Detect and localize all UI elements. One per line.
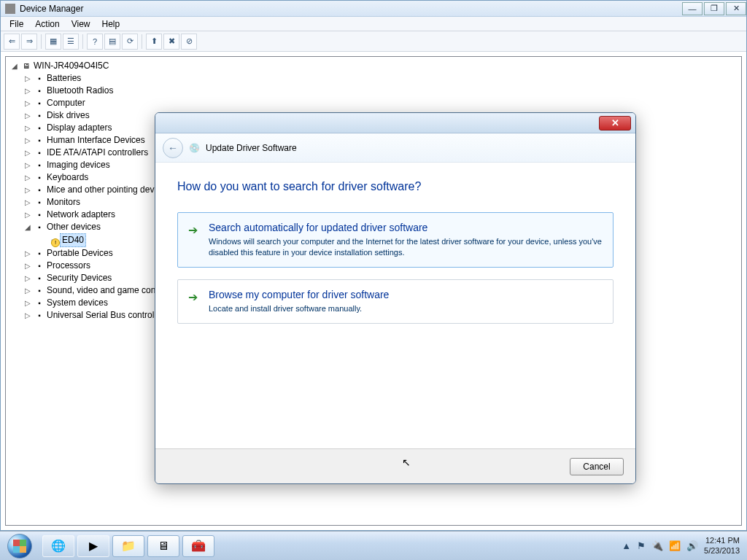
tree-node[interactable]: ▷▪Batteries — [23, 72, 737, 85]
expand-icon[interactable]: ▷ — [23, 284, 32, 297]
tree-root-node[interactable]: ◢ 🖥 WIN-JR4094O4I5C — [10, 60, 737, 72]
expand-icon[interactable]: ▷ — [23, 109, 32, 122]
disable-icon[interactable]: ⊘ — [181, 34, 197, 50]
expand-icon[interactable]: ▷ — [23, 72, 32, 85]
dialog-titlebar[interactable]: ✕ — [155, 113, 635, 133]
category-icon: ▪ — [34, 210, 45, 220]
category-icon: ▪ — [34, 123, 45, 133]
network-icon[interactable]: 📶 — [669, 540, 681, 551]
forward-icon[interactable]: ⇒ — [21, 34, 37, 50]
taskbar-device-manager[interactable]: 🖥 — [147, 535, 179, 557]
category-icon: ▪ — [34, 273, 45, 284]
menu-file[interactable]: File — [4, 18, 29, 31]
app-icon — [5, 4, 15, 14]
dialog-header: ← 💿 Update Driver Software — [155, 133, 635, 163]
cancel-button[interactable]: Cancel — [570, 458, 624, 475]
menu-action[interactable]: Action — [29, 18, 65, 31]
tree-node-label: Network adapters — [47, 209, 115, 221]
expand-icon[interactable]: ▷ — [23, 85, 32, 97]
category-icon: ▪ — [34, 249, 45, 259]
menu-help[interactable]: Help — [96, 18, 126, 31]
tree-node-label: ED40 — [60, 233, 86, 247]
option-browse-computer[interactable]: ➔ Browse my computer for driver software… — [177, 279, 614, 324]
window-title: Device Manager — [20, 4, 83, 14]
clock[interactable]: 12:41 PM 5/23/2013 — [704, 536, 740, 555]
toolbar: ⇐ ⇒ ▦ ☰ ? ▤ ⟳ ⬆ ✖ ⊘ — [1, 31, 746, 52]
menu-view[interactable]: View — [66, 18, 96, 31]
expand-icon[interactable]: ▷ — [23, 297, 32, 309]
tree-node-label: Display adapters — [47, 122, 112, 134]
tree-node-label: Portable Devices — [47, 247, 113, 260]
taskbar-toolbox[interactable]: 🧰 — [182, 535, 214, 557]
tree-node-label: Other devices — [47, 221, 101, 233]
taskbar-explorer[interactable]: 📁 — [112, 535, 144, 557]
properties-icon[interactable]: ☰ — [63, 34, 79, 50]
tree-node-label: Human Interface Devices — [47, 134, 145, 147]
expand-icon[interactable]: ▷ — [23, 260, 32, 272]
tree-node-label: System devices — [47, 297, 108, 309]
back-button[interactable]: ← — [163, 138, 183, 158]
expand-icon[interactable]: ▷ — [23, 272, 32, 284]
category-icon: ▪ — [34, 173, 45, 183]
action-icon[interactable]: ▤ — [104, 34, 120, 50]
expand-icon[interactable]: ▷ — [23, 196, 32, 209]
tree-root-label: WIN-JR4094O4I5C — [34, 60, 109, 72]
expand-icon[interactable]: ▷ — [23, 134, 32, 147]
expand-icon[interactable]: ▷ — [23, 209, 32, 221]
update-driver-icon[interactable]: ⬆ — [146, 34, 162, 50]
option-search-automatically[interactable]: ➔ Search automatically for updated drive… — [177, 212, 614, 268]
tree-node-label: Imaging devices — [47, 159, 110, 171]
dialog-footer: Cancel — [155, 448, 635, 483]
tree-node-label: Bluetooth Radios — [47, 85, 113, 97]
tree-node-label: Security Devices — [47, 272, 112, 284]
expand-icon[interactable]: ▷ — [23, 97, 32, 109]
flag-icon[interactable]: ⚑ — [637, 540, 646, 551]
expand-icon[interactable]: ▷ — [23, 147, 32, 159]
minimize-button[interactable]: — — [682, 2, 703, 15]
volume-icon[interactable]: 🔊 — [686, 540, 698, 551]
option2-title: Browse my computer for driver software — [209, 289, 603, 300]
power-icon[interactable]: 🔌 — [651, 540, 663, 551]
taskbar-media[interactable]: ▶ — [77, 535, 109, 557]
dialog-body: How do you want to search for driver sof… — [155, 163, 635, 343]
expand-icon[interactable]: ▷ — [23, 309, 32, 322]
maximize-button[interactable]: ❐ — [704, 2, 724, 15]
expand-icon[interactable]: ▷ — [23, 184, 32, 196]
dialog-title: Update Driver Software — [206, 143, 297, 153]
tree-node[interactable]: ▷▪Bluetooth Radios — [23, 85, 737, 97]
uninstall-icon[interactable]: ✖ — [163, 34, 179, 50]
expand-icon[interactable]: ▷ — [23, 122, 32, 134]
titlebar[interactable]: Device Manager — ❐ ✕ — [1, 1, 746, 17]
close-button[interactable]: ✕ — [726, 2, 746, 15]
tray-expand-icon[interactable]: ▲ — [622, 540, 631, 551]
expand-icon[interactable]: ▷ — [23, 159, 32, 171]
update-driver-dialog: ✕ ← 💿 Update Driver Software How do you … — [155, 112, 636, 484]
collapse-icon[interactable]: ◢ — [23, 221, 32, 233]
show-hidden-icon[interactable]: ▦ — [45, 34, 61, 50]
back-icon[interactable]: ⇐ — [4, 34, 20, 50]
category-icon: ▪ — [34, 286, 45, 296]
category-icon: ▪ — [34, 185, 45, 195]
help-icon[interactable]: ? — [87, 34, 103, 50]
expand-icon[interactable]: ▷ — [23, 171, 32, 184]
scan-icon[interactable]: ⟳ — [122, 34, 138, 50]
tree-node-label: Disk drives — [47, 109, 90, 122]
tree-node-label: Processors — [47, 260, 90, 272]
expand-icon[interactable]: ▷ — [23, 247, 32, 260]
menubar: File Action View Help — [1, 17, 746, 31]
category-icon: ▪ — [34, 198, 45, 208]
tree-node[interactable]: ▷▪Computer — [23, 97, 737, 109]
category-icon: ▪ — [34, 261, 45, 271]
dialog-heading: How do you want to search for driver sof… — [177, 180, 614, 193]
arrow-icon: ➔ — [188, 223, 198, 237]
tree-node-label: Mice and other pointing devices — [47, 184, 170, 196]
dialog-close-button[interactable]: ✕ — [599, 116, 631, 131]
tree-node-label: Universal Serial Bus controllers — [47, 309, 169, 322]
collapse-icon[interactable]: ◢ — [10, 60, 19, 72]
taskbar-ie[interactable]: 🌐 — [42, 535, 74, 557]
category-icon: ▪ — [34, 311, 45, 321]
start-button[interactable] — [0, 532, 39, 561]
category-icon: ▪ — [34, 86, 45, 96]
option1-title: Search automatically for updated driver … — [209, 222, 603, 233]
option2-desc: Locate and install driver software manua… — [209, 303, 603, 314]
